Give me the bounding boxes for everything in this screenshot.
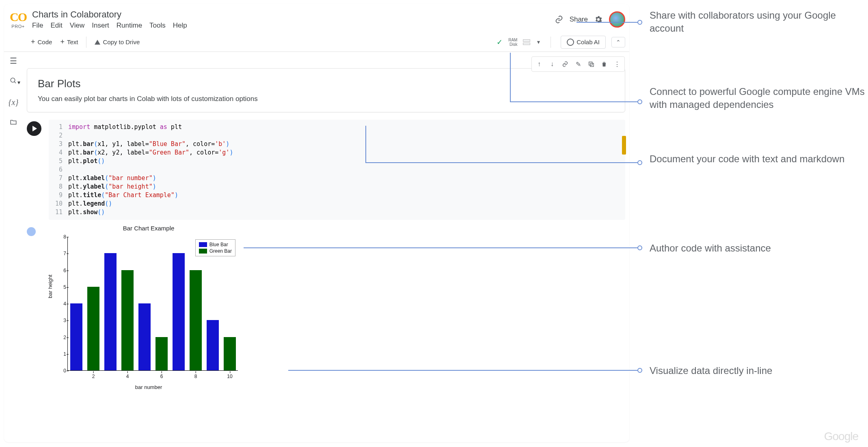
move-up-icon[interactable]: ↑ bbox=[533, 58, 545, 70]
code-line[interactable]: 4plt.bar(x2, y2, label="Green Bar", colo… bbox=[53, 148, 621, 157]
notebook-main: ▾ ↑ ↓ ✎ ⋮ Bar Plots You can easily plot … bbox=[27, 68, 625, 391]
collapse-button[interactable]: ⌃ bbox=[611, 37, 625, 47]
callout-author: Author code with assistance bbox=[650, 242, 771, 255]
add-text-label: Text bbox=[67, 39, 78, 45]
add-text-button[interactable]: +Text bbox=[56, 36, 82, 48]
code-line[interactable]: 6 bbox=[53, 165, 621, 174]
disk-label: Disk bbox=[508, 42, 517, 47]
search-icon[interactable] bbox=[10, 77, 17, 86]
menu-item-edit[interactable]: Edit bbox=[50, 21, 62, 30]
code-line[interactable]: 2 bbox=[53, 131, 621, 140]
menu-item-file[interactable]: File bbox=[32, 21, 43, 30]
menu-item-help[interactable]: Help bbox=[173, 21, 187, 30]
svg-point-0 bbox=[11, 78, 15, 82]
bar-green-bar-8 bbox=[190, 270, 202, 371]
cell-action-toolbar: ↑ ↓ ✎ ⋮ bbox=[531, 56, 625, 72]
google-footer-logo: Google bbox=[824, 430, 858, 443]
scrollbar-thumb[interactable] bbox=[622, 136, 626, 155]
user-avatar[interactable] bbox=[609, 11, 625, 28]
variables-icon[interactable]: {x} bbox=[9, 98, 19, 107]
code-cell[interactable]: 1import matplotlib.pyplot as plt23plt.ba… bbox=[27, 120, 625, 220]
bar-green-bar-6 bbox=[155, 337, 168, 371]
copy-to-drive-button[interactable]: Copy to Drive bbox=[91, 37, 144, 47]
callout-compute: Connect to powerful Google compute engin… bbox=[650, 85, 868, 111]
plot-area: Blue BarGreen Bar 012345678246810 bbox=[67, 237, 238, 371]
colab-window: CO PRO+ Charts in Colaboratory FileEditV… bbox=[4, 4, 629, 442]
code-line[interactable]: 9plt.title("Bar Chart Example") bbox=[53, 191, 621, 200]
settings-gear-icon[interactable] bbox=[594, 15, 603, 24]
delete-trash-icon[interactable] bbox=[598, 58, 610, 70]
header: CO PRO+ Charts in Colaboratory FileEditV… bbox=[4, 4, 629, 32]
code-line[interactable]: 5plt.plot() bbox=[53, 157, 621, 165]
runtime-status-check-icon: ✓ bbox=[497, 38, 503, 47]
output-cell: Bar Chart Example bar height bar number … bbox=[27, 225, 625, 391]
ram-label: RAM bbox=[508, 38, 517, 42]
bar-blue-bar-5 bbox=[138, 303, 151, 370]
ai-icon bbox=[567, 39, 574, 46]
code-line[interactable]: 11plt.show() bbox=[53, 208, 621, 217]
menu-item-view[interactable]: View bbox=[70, 21, 85, 30]
bar-blue-bar-7 bbox=[173, 253, 185, 370]
drive-icon bbox=[95, 40, 100, 45]
edit-pencil-icon[interactable]: ✎ bbox=[572, 58, 584, 70]
menu-item-runtime[interactable]: Runtime bbox=[117, 21, 142, 30]
add-code-label: Code bbox=[38, 39, 52, 45]
colab-ai-label: Colab AI bbox=[577, 39, 600, 45]
bar-green-bar-10 bbox=[224, 337, 236, 371]
move-down-icon[interactable]: ↓ bbox=[546, 58, 558, 70]
document-title[interactable]: Charts in Colaboratory bbox=[32, 9, 554, 20]
files-folder-icon[interactable] bbox=[10, 118, 17, 128]
logo-pro-badge: PRO+ bbox=[11, 24, 24, 29]
menu-item-insert[interactable]: Insert bbox=[92, 21, 109, 30]
code-line[interactable]: 8plt.ylabel("bar height") bbox=[53, 183, 621, 191]
toolbar: +Code +Text Copy to Drive ✓ RAM Disk ▼ C… bbox=[4, 32, 629, 52]
chart-ylabel: bar height bbox=[47, 275, 53, 298]
callout-doc: Document your code with text and markdow… bbox=[650, 153, 844, 165]
chart-title: Bar Chart Example bbox=[43, 225, 254, 232]
bar-blue-bar-1 bbox=[70, 303, 82, 370]
play-icon bbox=[32, 126, 37, 131]
menu-item-tools[interactable]: Tools bbox=[149, 21, 166, 30]
left-rail: ☰ {x} bbox=[4, 52, 23, 128]
run-cell-button[interactable] bbox=[27, 121, 41, 136]
title-and-menubar: Charts in Colaboratory FileEditViewInser… bbox=[32, 9, 554, 30]
callout-share: Share with collaborators using your Goog… bbox=[650, 9, 868, 35]
output-chart: Bar Chart Example bar height bar number … bbox=[43, 225, 254, 391]
code-line[interactable]: 7plt.xlabel("bar number") bbox=[53, 174, 621, 183]
code-editor[interactable]: 1import matplotlib.pyplot as plt23plt.ba… bbox=[49, 120, 625, 220]
runtime-dropdown-icon[interactable]: ▼ bbox=[536, 39, 541, 45]
toolbar-divider bbox=[551, 37, 551, 48]
logo-co: CO bbox=[10, 10, 26, 24]
text-cell-heading: Bar Plots bbox=[38, 77, 614, 90]
add-code-button[interactable]: +Code bbox=[27, 36, 56, 48]
output-author-avatar bbox=[27, 227, 36, 236]
chart-legend: Blue BarGreen Bar bbox=[195, 239, 235, 256]
svg-line-1 bbox=[14, 82, 16, 83]
cell-link-icon[interactable] bbox=[559, 58, 571, 70]
ram-disk-indicator[interactable]: RAM Disk bbox=[508, 38, 517, 47]
text-cell[interactable]: ▾ ↑ ↓ ✎ ⋮ Bar Plots You can easily plot … bbox=[27, 68, 625, 112]
more-dots-icon[interactable]: ⋮ bbox=[611, 58, 623, 70]
colab-ai-button[interactable]: Colab AI bbox=[561, 36, 606, 49]
cell-collapse-icon[interactable]: ▾ bbox=[17, 79, 20, 86]
code-line[interactable]: 3plt.bar(x1, y1, label="Blue Bar", color… bbox=[53, 140, 621, 148]
mirror-cell-icon[interactable] bbox=[585, 58, 597, 70]
code-line[interactable]: 1import matplotlib.pyplot as plt bbox=[53, 123, 621, 131]
colab-logo[interactable]: CO PRO+ bbox=[10, 10, 26, 29]
copy-drive-label: Copy to Drive bbox=[103, 39, 140, 45]
bar-green-bar-4 bbox=[121, 270, 134, 371]
toc-icon[interactable]: ☰ bbox=[10, 56, 17, 66]
callout-visualize: Visualize data directly in-line bbox=[650, 364, 772, 377]
bar-green-bar-2 bbox=[87, 287, 99, 370]
toolbar-divider bbox=[86, 37, 86, 48]
resource-bars bbox=[523, 39, 530, 45]
link-icon[interactable] bbox=[554, 15, 564, 24]
code-line[interactable]: 10plt.legend() bbox=[53, 200, 621, 208]
bar-blue-bar-9 bbox=[207, 320, 219, 370]
menu-bar: FileEditViewInsertRuntimeToolsHelp bbox=[32, 21, 554, 30]
chart-xlabel: bar number bbox=[135, 384, 162, 390]
bar-blue-bar-3 bbox=[104, 253, 117, 370]
